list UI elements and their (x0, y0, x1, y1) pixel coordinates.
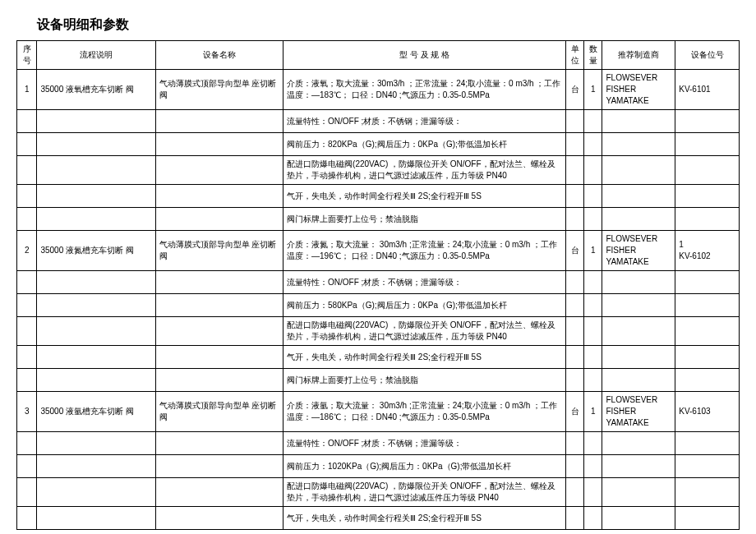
table-row: 气开，失电关，动作时间全行程关Ⅲ 2S;全行程开Ⅲ 5S (17, 507, 740, 530)
cell-proc (37, 133, 155, 156)
cell-spec: 介质：液氧；取大流量：30m3/h ；正常流量：24;取小流量：0 m3/h ；… (284, 70, 566, 110)
cell-pos (675, 271, 740, 294)
col-proc: 流程说明 (37, 41, 155, 70)
cell-pos: KV-6101 (675, 70, 740, 110)
cell-pos (675, 346, 740, 369)
cell-seq (17, 110, 37, 133)
cell-pos (675, 156, 740, 185)
cell-spec: 阀前压力：820KPa（G);阀后压力：0KPa（G);带低温加长杆 (284, 133, 566, 156)
cell-qty (584, 156, 602, 185)
cell-seq: 1 (17, 70, 37, 110)
cell-qty (584, 455, 602, 478)
cell-name: 气动薄膜式顶部导向型单 座切断阀 (155, 392, 283, 432)
cell-proc: 35000 液氧槽充车切断 阀 (37, 70, 155, 110)
cell-name (155, 294, 283, 317)
cell-qty: 1 (584, 392, 602, 432)
cell-name (155, 455, 283, 478)
col-qty: 数量 (584, 41, 602, 70)
table-row: 阀前压力：820KPa（G);阀后压力：0KPa（G);带低温加长杆 (17, 133, 740, 156)
table-row: 配进口防爆电磁阀(220VAC) ，防爆限位开关 ON/OFF，配对法兰、螺栓及… (17, 478, 740, 507)
cell-qty (584, 208, 602, 231)
cell-mfr (602, 369, 675, 392)
cell-seq (17, 507, 37, 530)
cell-mfr: FLOWSEVER FISHER YAMATAKE (602, 392, 675, 432)
cell-name (155, 185, 283, 208)
cell-mfr (602, 317, 675, 346)
cell-qty (584, 271, 602, 294)
cell-mfr (602, 478, 675, 507)
cell-mfr (602, 507, 675, 530)
table-row: 配进口防爆电磁阀(220VAC) ，防爆限位开关 ON/OFF，配对法兰、螺栓及… (17, 156, 740, 185)
cell-spec: 配进口防爆电磁阀(220VAC) ，防爆限位开关 ON/OFF，配对法兰、螺栓及… (284, 156, 566, 185)
cell-seq (17, 317, 37, 346)
cell-name (155, 110, 283, 133)
cell-spec: 流量特性：ON/OFF ;材质：不锈钢；泄漏等级： (284, 432, 566, 455)
table-row: 配进口防爆电磁阀(220VAC) ，防爆限位开关 ON/OFF，配对法兰、螺栓及… (17, 317, 740, 346)
table-row: 335000 液氩槽充车切断 阀气动薄膜式顶部导向型单 座切断阀介质：液氩；取大… (17, 392, 740, 432)
cell-qty (584, 507, 602, 530)
table-row: 阀前压力：1020KPa（G);阀后压力：0KPa（G);带低温加长杆 (17, 455, 740, 478)
cell-unit (566, 317, 584, 346)
cell-qty (584, 110, 602, 133)
cell-pos (675, 432, 740, 455)
cell-qty: 1 (584, 231, 602, 271)
cell-spec: 气开，失电关，动作时间全行程关Ⅲ 2S;全行程开Ⅲ 5S (284, 185, 566, 208)
cell-unit (566, 478, 584, 507)
cell-name (155, 317, 283, 346)
page-title: 设备明细和参数 (37, 16, 740, 34)
cell-unit (566, 346, 584, 369)
table-row: 阀门标牌上面要打上位号；禁油脱脂 (17, 369, 740, 392)
cell-spec: 气开，失电关，动作时间全行程关Ⅲ 2S;全行程开Ⅲ 5S (284, 346, 566, 369)
cell-seq (17, 369, 37, 392)
cell-mfr (602, 110, 675, 133)
table-row: 阀前压力：580KPa（G);阀后压力：0KPa（G);带低温加长杆 (17, 294, 740, 317)
col-pos: 设备位号 (675, 41, 740, 70)
table-row: 阀门标牌上面要打上位号；禁油脱脂 (17, 208, 740, 231)
cell-proc: 35000 液氩槽充车切断 阀 (37, 392, 155, 432)
cell-unit (566, 294, 584, 317)
cell-name (155, 156, 283, 185)
cell-unit (566, 208, 584, 231)
cell-pos: 1KV-6102 (675, 231, 740, 271)
cell-proc (37, 185, 155, 208)
cell-qty (584, 185, 602, 208)
cell-unit (566, 455, 584, 478)
cell-mfr (602, 208, 675, 231)
cell-mfr (602, 133, 675, 156)
equipment-table: 序号 流程说明 设备名称 型 号 及 规 格 单位 数量 推荐制造商 设备位号 … (16, 40, 740, 530)
cell-seq (17, 478, 37, 507)
col-seq: 序号 (17, 41, 37, 70)
cell-pos (675, 208, 740, 231)
cell-pos (675, 455, 740, 478)
cell-proc: 35000 液氮槽充车切断 阀 (37, 231, 155, 271)
cell-proc (37, 271, 155, 294)
cell-seq (17, 455, 37, 478)
cell-pos (675, 317, 740, 346)
cell-spec: 气开，失电关，动作时间全行程关Ⅲ 2S;全行程开Ⅲ 5S (284, 507, 566, 530)
cell-proc (37, 110, 155, 133)
cell-spec: 阀门标牌上面要打上位号；禁油脱脂 (284, 208, 566, 231)
cell-unit (566, 110, 584, 133)
cell-qty (584, 346, 602, 369)
cell-pos (675, 185, 740, 208)
cell-seq: 3 (17, 392, 37, 432)
cell-spec: 流量特性：ON/OFF ;材质：不锈钢；泄漏等级： (284, 110, 566, 133)
cell-unit: 台 (566, 231, 584, 271)
cell-pos (675, 294, 740, 317)
cell-mfr (602, 455, 675, 478)
cell-spec: 介质：液氩；取大流量： 30m3/h ;正常流量：24;取小流量：0 m3/h … (284, 392, 566, 432)
cell-seq (17, 294, 37, 317)
cell-spec: 配进口防爆电磁阀(220VAC) ，防爆限位开关 ON/OFF，配对法兰、螺栓及… (284, 478, 566, 507)
cell-qty: 1 (584, 70, 602, 110)
cell-seq (17, 133, 37, 156)
cell-seq (17, 156, 37, 185)
cell-unit: 台 (566, 392, 584, 432)
cell-seq (17, 185, 37, 208)
cell-name: 气动薄膜式顶部导向型单 座切断阀 (155, 70, 283, 110)
cell-spec: 配进口防爆电磁阀(220VAC) ，防爆限位开关 ON/OFF，配对法兰、螺栓及… (284, 317, 566, 346)
cell-mfr (602, 294, 675, 317)
table-row: 流量特性：ON/OFF ;材质：不锈钢；泄漏等级： (17, 432, 740, 455)
cell-pos (675, 478, 740, 507)
cell-unit (566, 369, 584, 392)
cell-unit (566, 507, 584, 530)
